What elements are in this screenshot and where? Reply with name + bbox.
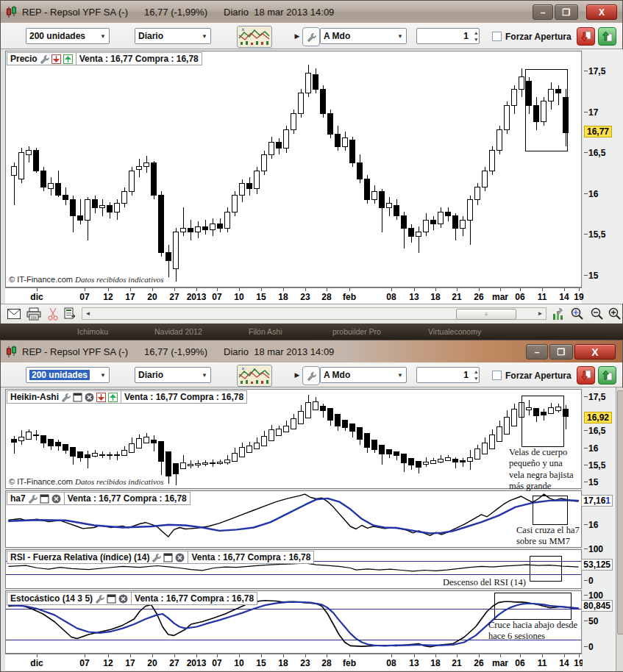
x-tick-label: 14 xyxy=(559,658,569,668)
vscrollbar-thumb[interactable] xyxy=(617,390,623,635)
chart-style-button[interactable] xyxy=(237,26,272,48)
units-dropdown[interactable]: 200 unidades▼ xyxy=(26,28,110,44)
x-tick xyxy=(391,288,392,291)
scroll-left-arrow[interactable]: ◄ xyxy=(82,308,93,319)
units-dropdown[interactable]: 200 unidades▼ xyxy=(26,367,110,383)
horizontal-scrollbar[interactable]: ◄ ≡ ► xyxy=(82,307,547,320)
price-axis-precio[interactable]: 17,51716,51615,51516,77 xyxy=(583,49,623,304)
x-tick-label: dic xyxy=(30,658,43,668)
order-settings-button[interactable] xyxy=(302,27,320,46)
zoom-out-button[interactable] xyxy=(589,307,605,321)
window-panel-icon[interactable] xyxy=(163,553,173,562)
window-panel-icon[interactable] xyxy=(107,594,116,604)
chart-style-icon xyxy=(238,26,270,46)
price-axis-heikin[interactable]: 17,516,51615,51516,9217,16116100053,1251… xyxy=(583,387,616,671)
stepper-arrows-icon[interactable]: ▴▾ xyxy=(474,368,477,382)
maximize-button[interactable]: ❐ xyxy=(549,344,573,360)
y-tick-dash xyxy=(584,482,588,482)
buy-shortcut-icon[interactable] xyxy=(63,54,73,64)
sell-order-button[interactable] xyxy=(577,366,595,385)
wrench-icon[interactable] xyxy=(28,494,38,504)
x-tick-label: 2013 xyxy=(187,292,207,302)
ha7-annotation-text[interactable]: Casi cruza el ha7 sobre su MM7 xyxy=(516,525,583,548)
scroll-right-arrow[interactable]: ► xyxy=(535,308,546,319)
drawing-rectangle-stoch[interactable] xyxy=(494,593,572,620)
force-open-checkbox[interactable] xyxy=(492,371,502,380)
force-open-checkbox[interactable] xyxy=(492,32,502,41)
x-tick xyxy=(435,288,436,291)
wrench-icon[interactable] xyxy=(152,553,161,562)
cut-button[interactable] xyxy=(46,307,60,321)
quantity-stepper[interactable]: 1 ▴▾ xyxy=(416,367,480,383)
quantity-stepper[interactable]: 1 ▴▾ xyxy=(416,28,480,44)
period-dropdown[interactable]: Diario▼ xyxy=(135,28,211,44)
export-button[interactable] xyxy=(63,307,77,321)
x-tick-label: 18 xyxy=(278,292,288,302)
x-tick xyxy=(305,654,306,657)
order-settings-button[interactable] xyxy=(302,366,320,385)
expand-orders-arrow[interactable]: ▶ xyxy=(293,32,301,40)
order-type-dropdown[interactable]: A Mdo▼ xyxy=(320,28,407,44)
ha7-plot[interactable]: ha7 Venta : 16,77 Compra : 16,78 Casi cr… xyxy=(5,490,582,548)
x-tick xyxy=(152,654,153,657)
window-heikin-ashi: REP - Repsol YPF SA (-)16,77 (-1,99%)Dia… xyxy=(0,340,623,672)
drawing-rectangle-precio[interactable] xyxy=(525,69,568,151)
chart-region-heikin: Heikin-Ashi Venta : 16,77 Compra : 16,78… xyxy=(1,387,622,671)
x-tick-label: 20 xyxy=(147,292,157,302)
order-type-dropdown[interactable]: A Mdo▼ xyxy=(320,367,407,383)
titlebar-heikin[interactable]: REP - Repsol YPF SA (-)16,77 (-1,99%)Dia… xyxy=(1,340,622,362)
buy-shortcut-icon[interactable] xyxy=(108,393,118,402)
sell-order-button[interactable] xyxy=(577,27,595,46)
window-panel-icon[interactable] xyxy=(73,393,82,402)
y-tick-dash xyxy=(584,234,588,235)
period-dropdown[interactable]: Diario▼ xyxy=(135,367,211,383)
x-tick xyxy=(283,288,284,291)
x-tick xyxy=(283,654,284,657)
sell-shortcut-icon[interactable] xyxy=(51,54,61,64)
close-button[interactable]: X xyxy=(586,4,617,20)
x-tick-label: feb xyxy=(343,658,356,668)
window-panel-icon[interactable] xyxy=(40,494,49,504)
print-button[interactable] xyxy=(26,307,42,321)
drawing-rectangle-heikin[interactable] xyxy=(521,396,564,447)
wrench-icon[interactable] xyxy=(40,54,49,64)
minimize-button[interactable]: – xyxy=(526,344,548,360)
x-tick xyxy=(239,654,240,657)
scrollbar-thumb[interactable]: ≡ xyxy=(456,309,516,320)
sell-shortcut-icon[interactable] xyxy=(96,393,106,402)
close-icon[interactable] xyxy=(85,393,94,402)
time-axis-precio[interactable]: dic07121720272013071015182328feb08131821… xyxy=(5,287,582,304)
close-icon[interactable] xyxy=(51,494,61,504)
close-icon[interactable] xyxy=(175,553,185,562)
chart-settings-button[interactable] xyxy=(551,307,566,321)
price-plot[interactable]: Precio Venta : 16,77 Compra : 16,78 © IT… xyxy=(5,51,582,287)
wrench-icon[interactable] xyxy=(95,594,104,604)
minimize-button[interactable]: – xyxy=(533,4,553,20)
stoch-plot[interactable]: Estocástico (14 3 5) Venta : 16,77 Compr… xyxy=(5,590,582,654)
email-button[interactable] xyxy=(7,307,21,321)
rsi-annotation-text[interactable]: Descenso del RSI (14) xyxy=(443,577,553,588)
heikin-annotation-text[interactable]: Velas de cuerpo pequeño y una vela negra… xyxy=(509,447,580,492)
vertical-scrollbar[interactable] xyxy=(616,387,623,671)
chart-style-icon xyxy=(238,365,270,385)
stoch-annotation-text[interactable]: Cruce hacia abajo desde hace 6 sesiones xyxy=(488,620,584,643)
x-tick xyxy=(479,654,480,657)
stepper-arrows-icon[interactable]: ▴▾ xyxy=(474,29,477,43)
drawing-rectangle-ha7[interactable] xyxy=(533,496,568,525)
rsi-plot[interactable]: RSI - Fuerza Relativa (índice) (14) Vent… xyxy=(5,549,582,589)
titlebar-precio[interactable]: REP - Repsol YPF SA (-)16,77 (-1,99%)Dia… xyxy=(1,1,622,23)
heikin-plot[interactable]: Heikin-Ashi Venta : 16,77 Compra : 16,78… xyxy=(5,389,582,489)
expand-orders-arrow[interactable]: ▶ xyxy=(293,371,301,379)
close-icon[interactable] xyxy=(118,594,128,604)
buy-order-button[interactable] xyxy=(598,27,616,46)
zoom-fit-button[interactable] xyxy=(569,307,586,321)
chart-style-button[interactable] xyxy=(237,365,272,387)
zoom-in-button[interactable] xyxy=(607,307,623,321)
wrench-icon[interactable] xyxy=(61,393,71,402)
chevron-down-icon: ▼ xyxy=(397,33,403,40)
time-axis-heikin[interactable]: dic07121720272013071015182328feb08131821… xyxy=(5,654,582,671)
buy-order-button[interactable] xyxy=(598,366,616,385)
close-button[interactable]: X xyxy=(574,344,616,360)
toolbar-precio: 200 unidades▼ Diario▼ ▶ xyxy=(1,23,622,49)
maximize-button[interactable]: ❐ xyxy=(555,4,578,20)
